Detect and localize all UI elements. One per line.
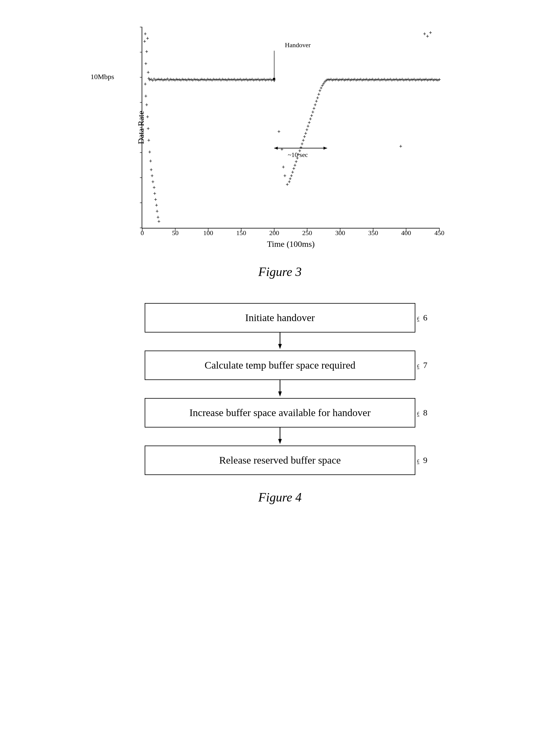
y-axis-10mbps-label: 10Mbps bbox=[91, 73, 114, 81]
arrow-svg-2 bbox=[274, 380, 286, 398]
chart-svg: + + + + + + + + + + + + + + + + + bbox=[142, 27, 439, 228]
flow-row-2: Calculate temp buffer space required ⍷ 7 bbox=[115, 350, 445, 380]
flow-label-2: ⍷ 7 bbox=[416, 361, 427, 370]
arrow-svg-3 bbox=[274, 427, 286, 446]
svg-text:+: + bbox=[147, 126, 150, 132]
x-axis-label: Time (100ms) bbox=[267, 239, 315, 249]
svg-text:+: + bbox=[426, 33, 429, 39]
squiggle-2: ⍷ bbox=[416, 361, 421, 370]
svg-text:+: + bbox=[151, 179, 154, 185]
svg-text:+: + bbox=[156, 208, 159, 215]
squiggle-1: ⍷ bbox=[416, 313, 421, 323]
svg-text:+: + bbox=[280, 146, 283, 153]
svg-text:+: + bbox=[423, 31, 426, 37]
svg-text:Handover: Handover bbox=[285, 41, 311, 49]
chart-area: Data Rate 0 50 100 150 200 250 300 350 4… bbox=[142, 27, 439, 228]
squiggle-3: ⍷ bbox=[416, 408, 421, 418]
svg-text:+: + bbox=[147, 137, 151, 143]
svg-marker-251 bbox=[274, 147, 278, 150]
ref-2: 7 bbox=[423, 361, 427, 370]
svg-text:+: + bbox=[399, 143, 402, 149]
figure4-caption: Figure 4 bbox=[258, 490, 302, 505]
svg-marker-259 bbox=[278, 439, 282, 444]
svg-text:+: + bbox=[144, 61, 147, 67]
svg-text:+: + bbox=[429, 30, 432, 36]
figure3: 10Mbps Data Rate 0 50 100 150 200 250 30… bbox=[24, 21, 536, 279]
squiggle-4: ⍷ bbox=[416, 455, 421, 465]
svg-marker-252 bbox=[324, 147, 327, 150]
flow-box-release-buffer: Release reserved buffer space bbox=[145, 446, 415, 475]
svg-text:+: + bbox=[145, 49, 148, 55]
svg-text:+: + bbox=[157, 219, 160, 225]
svg-text:+: + bbox=[153, 190, 156, 197]
flow-arrow-2 bbox=[274, 380, 286, 398]
flow-arrow-3 bbox=[274, 427, 286, 446]
flow-row-1: Initiate handover ⍷ 6 bbox=[115, 303, 445, 332]
svg-text:+: + bbox=[438, 77, 441, 83]
svg-text:+: + bbox=[145, 102, 148, 108]
figure3-caption: Figure 3 bbox=[258, 265, 302, 279]
svg-text:+: + bbox=[149, 167, 153, 173]
svg-text:+: + bbox=[146, 114, 149, 120]
svg-text:+: + bbox=[155, 202, 158, 208]
svg-text:+: + bbox=[283, 173, 286, 179]
svg-text:+: + bbox=[277, 129, 280, 135]
svg-text:~10 sec: ~10 sec bbox=[288, 151, 308, 159]
svg-marker-257 bbox=[278, 391, 282, 397]
svg-text:+: + bbox=[144, 81, 147, 87]
svg-text:+: + bbox=[148, 149, 151, 155]
svg-text:+: + bbox=[149, 158, 152, 164]
flow-box-increase-buffer: Increase buffer space available for hand… bbox=[145, 398, 415, 427]
flow-label-4: ⍷ 9 bbox=[416, 455, 427, 465]
svg-text:+: + bbox=[151, 173, 153, 179]
flow-label-1: ⍷ 6 bbox=[416, 313, 427, 323]
svg-text:+: + bbox=[143, 39, 146, 44]
ref-3: 8 bbox=[423, 408, 427, 418]
flow-box-calculate-buffer: Calculate temp buffer space required bbox=[145, 350, 415, 380]
arrow-svg-1 bbox=[274, 332, 286, 350]
chart-wrapper: 10Mbps Data Rate 0 50 100 150 200 250 30… bbox=[115, 21, 445, 256]
flow-row-3: Increase buffer space available for hand… bbox=[115, 398, 445, 427]
svg-text:+: + bbox=[144, 93, 147, 99]
flow-row-4: Release reserved buffer space ⍷ 9 bbox=[115, 446, 445, 475]
ref-4: 9 bbox=[423, 455, 427, 465]
svg-marker-255 bbox=[278, 344, 282, 349]
svg-text:+: + bbox=[282, 164, 285, 170]
flow-box-initiate-handover: Initiate handover bbox=[145, 303, 415, 332]
svg-text:+: + bbox=[146, 36, 149, 41]
ref-1: 6 bbox=[423, 313, 427, 323]
flowchart: Initiate handover ⍷ 6 Calculate temp buf… bbox=[115, 303, 445, 475]
svg-text:+: + bbox=[147, 69, 150, 76]
flow-arrow-1 bbox=[274, 332, 286, 350]
svg-text:+: + bbox=[153, 185, 156, 190]
flow-label-3: ⍷ 8 bbox=[416, 408, 427, 418]
svg-text:+: + bbox=[154, 197, 157, 203]
figure4: Initiate handover ⍷ 6 Calculate temp buf… bbox=[24, 303, 536, 505]
